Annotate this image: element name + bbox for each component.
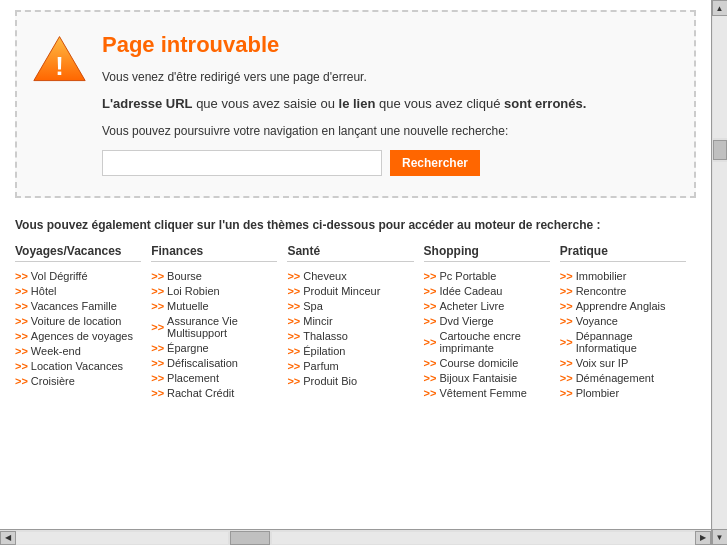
list-item: >> Rencontre bbox=[560, 285, 686, 297]
theme-link-0-2[interactable]: >> Vacances Famille bbox=[15, 300, 141, 312]
theme-link-0-0[interactable]: >> Vol Dégriffé bbox=[15, 270, 141, 282]
list-item: >> Immobilier bbox=[560, 270, 686, 282]
theme-link-1-3[interactable]: >> Assurance Vie Multisupport bbox=[151, 315, 277, 339]
theme-link-4-0[interactable]: >> Immobilier bbox=[560, 270, 686, 282]
arrow-icon: >> bbox=[424, 357, 437, 369]
list-item: >> Course domicile bbox=[424, 357, 550, 369]
list-item: >> Voyance bbox=[560, 315, 686, 327]
error-line2: L'adresse URL que vous avez saisie ou le… bbox=[102, 94, 586, 114]
arrow-icon: >> bbox=[560, 372, 573, 384]
scroll-right-button[interactable]: ▶ bbox=[695, 531, 711, 545]
scroll-down-button[interactable]: ▼ bbox=[712, 529, 728, 545]
theme-link-1-0[interactable]: >> Bourse bbox=[151, 270, 277, 282]
theme-col-3-title: Shopping bbox=[424, 244, 550, 262]
arrow-icon: >> bbox=[15, 360, 28, 372]
theme-intro: Vous pouvez également cliquer sur l'un d… bbox=[15, 218, 696, 232]
theme-link-0-6[interactable]: >> Location Vacances bbox=[15, 360, 141, 372]
theme-link-3-4[interactable]: >> Cartouche encre imprimante bbox=[424, 330, 550, 354]
scroll-left-button[interactable]: ◀ bbox=[0, 531, 16, 545]
themes-grid: Voyages/Vacances>> Vol Dégriffé>> Hôtel>… bbox=[15, 244, 696, 402]
arrow-icon: >> bbox=[287, 315, 300, 327]
theme-link-1-4[interactable]: >> Épargne bbox=[151, 342, 277, 354]
theme-link-0-7[interactable]: >> Croisière bbox=[15, 375, 141, 387]
theme-link-4-1[interactable]: >> Rencontre bbox=[560, 285, 686, 297]
list-item: >> Thalasso bbox=[287, 330, 413, 342]
theme-link-0-1[interactable]: >> Hôtel bbox=[15, 285, 141, 297]
arrow-icon: >> bbox=[151, 270, 164, 282]
theme-link-1-2[interactable]: >> Mutuelle bbox=[151, 300, 277, 312]
arrow-icon: >> bbox=[151, 285, 164, 297]
theme-link-3-5[interactable]: >> Course domicile bbox=[424, 357, 550, 369]
list-item: >> Bourse bbox=[151, 270, 277, 282]
theme-link-2-6[interactable]: >> Parfum bbox=[287, 360, 413, 372]
list-item: >> Apprendre Anglais bbox=[560, 300, 686, 312]
theme-link-3-3[interactable]: >> Dvd Vierge bbox=[424, 315, 550, 327]
theme-link-2-7[interactable]: >> Produit Bio bbox=[287, 375, 413, 387]
theme-link-0-4[interactable]: >> Agences de voyages bbox=[15, 330, 141, 342]
theme-link-1-1[interactable]: >> Loi Robien bbox=[151, 285, 277, 297]
theme-link-0-5[interactable]: >> Week-end bbox=[15, 345, 141, 357]
scrollbar-right: ▲ ▼ bbox=[711, 0, 727, 545]
theme-link-3-6[interactable]: >> Bijoux Fantaisie bbox=[424, 372, 550, 384]
list-item: >> Produit Bio bbox=[287, 375, 413, 387]
theme-link-1-6[interactable]: >> Placement bbox=[151, 372, 277, 384]
arrow-icon: >> bbox=[424, 300, 437, 312]
arrow-icon: >> bbox=[15, 330, 28, 342]
arrow-icon: >> bbox=[151, 357, 164, 369]
arrow-icon: >> bbox=[560, 285, 573, 297]
error-content: Page introuvable Vous venez d'être redir… bbox=[102, 32, 586, 176]
arrow-icon: >> bbox=[560, 336, 573, 348]
scroll-thumb-horizontal[interactable] bbox=[230, 531, 270, 545]
list-item: >> Acheter Livre bbox=[424, 300, 550, 312]
scrollbar-bottom: ◀ ▶ bbox=[0, 529, 711, 545]
scroll-up-button[interactable]: ▲ bbox=[712, 0, 728, 16]
list-item: >> Vol Dégriffé bbox=[15, 270, 141, 282]
theme-link-4-4[interactable]: >> Dépannage Informatique bbox=[560, 330, 686, 354]
list-item: >> Mutuelle bbox=[151, 300, 277, 312]
search-button[interactable]: Rechercher bbox=[390, 150, 480, 176]
theme-link-0-3[interactable]: >> Voiture de location bbox=[15, 315, 141, 327]
error-box: ! Page introuvable Vous venez d'être red… bbox=[15, 10, 696, 198]
list-item: >> Épilation bbox=[287, 345, 413, 357]
theme-link-1-7[interactable]: >> Rachat Crédit bbox=[151, 387, 277, 399]
list-item: >> Agences de voyages bbox=[15, 330, 141, 342]
list-item: >> Rachat Crédit bbox=[151, 387, 277, 399]
theme-link-3-1[interactable]: >> Idée Cadeau bbox=[424, 285, 550, 297]
list-item: >> Location Vacances bbox=[15, 360, 141, 372]
scroll-thumb-vertical[interactable] bbox=[713, 140, 727, 160]
list-item: >> Croisière bbox=[15, 375, 141, 387]
list-item: >> Spa bbox=[287, 300, 413, 312]
theme-link-4-5[interactable]: >> Voix sur IP bbox=[560, 357, 686, 369]
theme-col-1-title: Finances bbox=[151, 244, 277, 262]
theme-link-2-5[interactable]: >> Épilation bbox=[287, 345, 413, 357]
theme-link-3-7[interactable]: >> Vêtement Femme bbox=[424, 387, 550, 399]
theme-link-2-3[interactable]: >> Mincir bbox=[287, 315, 413, 327]
theme-link-4-3[interactable]: >> Voyance bbox=[560, 315, 686, 327]
theme-link-2-1[interactable]: >> Produit Minceur bbox=[287, 285, 413, 297]
list-item: >> Épargne bbox=[151, 342, 277, 354]
theme-link-2-4[interactable]: >> Thalasso bbox=[287, 330, 413, 342]
theme-link-3-0[interactable]: >> Pc Portable bbox=[424, 270, 550, 282]
lien-bold: le lien bbox=[339, 96, 376, 111]
theme-col-2-title: Santé bbox=[287, 244, 413, 262]
theme-link-4-6[interactable]: >> Déménagement bbox=[560, 372, 686, 384]
arrow-icon: >> bbox=[424, 372, 437, 384]
arrow-icon: >> bbox=[560, 270, 573, 282]
theme-col-1: Finances>> Bourse>> Loi Robien>> Mutuell… bbox=[151, 244, 287, 402]
theme-col-4-title: Pratique bbox=[560, 244, 686, 262]
theme-link-2-0[interactable]: >> Cheveux bbox=[287, 270, 413, 282]
theme-link-2-2[interactable]: >> Spa bbox=[287, 300, 413, 312]
arrow-icon: >> bbox=[560, 387, 573, 399]
arrow-icon: >> bbox=[287, 300, 300, 312]
theme-link-4-2[interactable]: >> Apprendre Anglais bbox=[560, 300, 686, 312]
theme-link-3-2[interactable]: >> Acheter Livre bbox=[424, 300, 550, 312]
theme-link-1-5[interactable]: >> Défiscalisation bbox=[151, 357, 277, 369]
search-input[interactable] bbox=[102, 150, 382, 176]
theme-col-0-title: Voyages/Vacances bbox=[15, 244, 141, 262]
list-item: >> Produit Minceur bbox=[287, 285, 413, 297]
list-item: >> Week-end bbox=[15, 345, 141, 357]
theme-col-3: Shopping>> Pc Portable>> Idée Cadeau>> A… bbox=[424, 244, 560, 402]
arrow-icon: >> bbox=[15, 285, 28, 297]
theme-col-0: Voyages/Vacances>> Vol Dégriffé>> Hôtel>… bbox=[15, 244, 151, 402]
theme-link-4-7[interactable]: >> Plombier bbox=[560, 387, 686, 399]
